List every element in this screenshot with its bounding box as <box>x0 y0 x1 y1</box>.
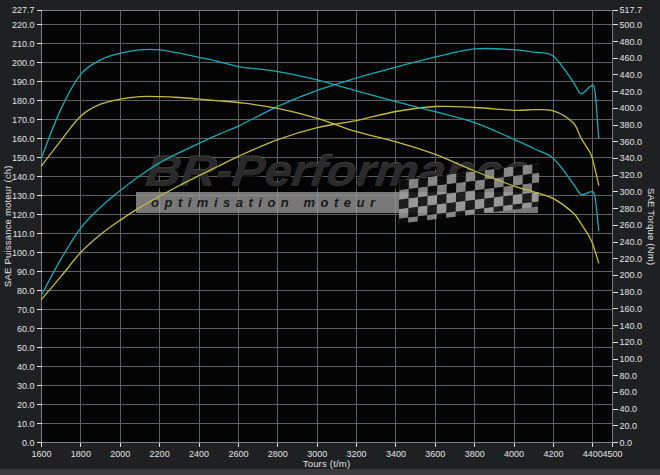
curve-couple-origine <box>42 96 599 262</box>
chart-curves-layer <box>0 0 660 475</box>
dyno-chart-window: 227.7220.0210.0200.0190.0180.0170.0160.0… <box>0 0 660 475</box>
curve-puissance-optimisee <box>42 48 599 295</box>
curve-puissance-origine <box>42 106 599 299</box>
bottom-edge-strip <box>0 469 660 475</box>
curve-couple-optimise <box>42 49 599 230</box>
